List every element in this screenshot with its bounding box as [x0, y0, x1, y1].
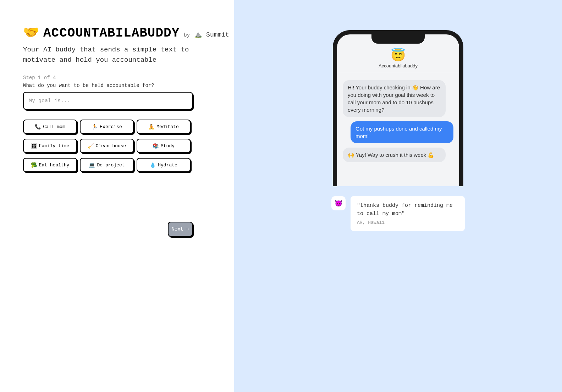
summit-brand: Summit: [206, 31, 229, 38]
tagline: Your AI buddy that sends a simple text t…: [23, 45, 211, 65]
message-sent: Got my pushups done and called my mom!: [351, 121, 453, 143]
goal-exercise-button[interactable]: 🏃 Exercise: [80, 120, 134, 134]
goal-family-time-button[interactable]: 👨‍👩‍👧 Family time: [23, 139, 77, 153]
right-panel: 😇 Accountabilabuddy Hi! Your buddy check…: [234, 0, 562, 392]
testimonial-card: "thanks buddy for reminding me to call m…: [351, 196, 465, 231]
goal-label: Hydrate: [158, 162, 177, 168]
by-label: by: [184, 32, 190, 38]
contact-header: 😇 Accountabilabuddy: [337, 47, 459, 73]
step-indicator: Step 1 of 4: [23, 75, 211, 81]
goal-hydrate-button[interactable]: 💧 Hydrate: [137, 158, 191, 172]
broccoli-icon: 🥦: [31, 162, 37, 168]
goal-label: Eat healthy: [39, 162, 70, 168]
goal-meditate-button[interactable]: 🧘 Meditate: [137, 120, 191, 134]
goal-label: Clean house: [96, 143, 126, 149]
next-button[interactable]: Next →: [168, 222, 193, 237]
testimonial-quote: "thanks buddy for reminding me to call m…: [357, 202, 458, 218]
goal-label: Family time: [39, 143, 70, 149]
family-icon: 👨‍👩‍👧: [31, 143, 37, 149]
phone-screen: 😇 Accountabilabuddy Hi! Your buddy check…: [337, 34, 459, 162]
books-icon: 📚: [153, 143, 159, 149]
phone-icon: 📞: [35, 124, 41, 130]
goal-label: Do project: [97, 162, 125, 168]
question-label: What do you want to be held accountable …: [23, 83, 211, 88]
testimonial-author: AR, Hawaii: [357, 220, 458, 225]
runner-icon: 🏃: [92, 124, 98, 130]
angel-icon: 😇: [337, 48, 459, 63]
goal-suggestions-grid: 📞 Call mom 🏃 Exercise 🧘 Meditate 👨‍👩‍👧 F…: [23, 120, 193, 172]
left-panel: 🤝 ACCOUNTABILABUDDY by ⛰️ Summit Your AI…: [0, 0, 234, 392]
goal-do-project-button[interactable]: 💻 Do project: [80, 158, 134, 172]
devil-icon: 😈: [335, 199, 342, 207]
goal-label: Exercise: [100, 124, 122, 129]
goal-eat-healthy-button[interactable]: 🥦 Eat healthy: [23, 158, 77, 172]
goal-call-mom-button[interactable]: 📞 Call mom: [23, 120, 77, 134]
phone-mockup: 😇 Accountabilabuddy Hi! Your buddy check…: [333, 30, 463, 186]
goal-label: Study: [161, 143, 175, 149]
testimonial-avatar: 😈: [331, 196, 346, 210]
droplet-icon: 💧: [150, 162, 156, 168]
contact-name: Accountabilabuddy: [379, 63, 418, 68]
message-thread: Hi! Your buddy checking in 👋 How are you…: [337, 73, 459, 162]
goal-label: Meditate: [156, 124, 178, 129]
laptop-icon: 💻: [89, 162, 95, 168]
phone-notch: [371, 34, 425, 44]
message-received: Hi! Your buddy checking in 👋 How are you…: [343, 80, 446, 117]
broom-icon: 🧹: [88, 143, 94, 149]
goal-clean-house-button[interactable]: 🧹 Clean house: [80, 139, 134, 153]
app-title: ACCOUNTABILABUDDY: [43, 26, 180, 40]
goal-label: Call mom: [43, 124, 65, 129]
goal-study-button[interactable]: 📚 Study: [137, 139, 191, 153]
testimonial: 😈 "thanks buddy for reminding me to call…: [331, 196, 465, 231]
meditate-icon: 🧘: [148, 124, 154, 130]
message-sent-wrap: Got my pushups done and called my mom!: [343, 121, 453, 148]
message-received: 🙌 Yay! Way to crush it this week 💪: [343, 148, 446, 162]
next-label: Next: [171, 226, 183, 232]
arrow-right-icon: →: [186, 226, 189, 232]
mountain-icon: ⛰️: [194, 31, 202, 38]
goal-input[interactable]: [23, 92, 193, 110]
app-header: 🤝 ACCOUNTABILABUDDY by ⛰️ Summit: [23, 25, 211, 40]
handshake-icon: 🤝: [23, 25, 39, 40]
